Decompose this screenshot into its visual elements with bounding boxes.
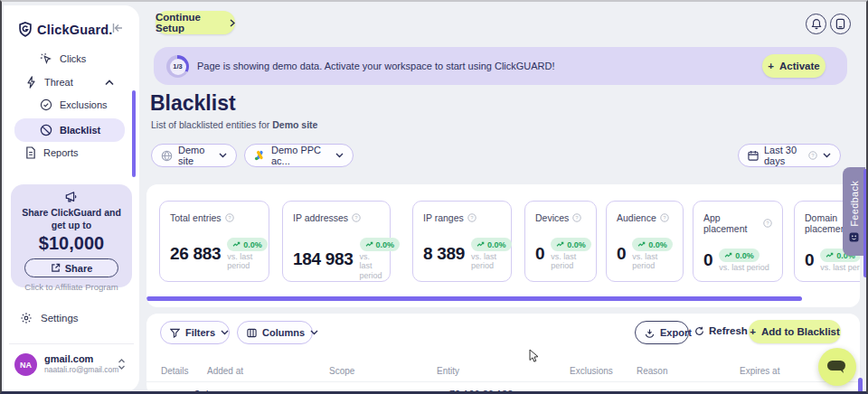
chevron-down-icon [219, 153, 227, 158]
stat-value: 8 389 [423, 244, 465, 264]
add-to-blacklist-button[interactable]: + Add to Blacklist [749, 320, 841, 343]
globe-icon [161, 150, 173, 162]
column-header-expires-at[interactable]: Expires at [740, 366, 779, 376]
shield-logo-icon [18, 22, 33, 37]
divider [146, 381, 860, 382]
column-header-scope[interactable]: Scope [329, 366, 354, 376]
threat-bolt-icon [25, 76, 37, 89]
book-icon [835, 18, 845, 30]
setup-progress-label: 1/3 [170, 59, 186, 75]
trend-up-icon [365, 241, 373, 248]
logo: ClickGuard. [18, 22, 113, 37]
site-selector-label: Demo site [178, 145, 213, 166]
plus-icon: + [750, 326, 756, 337]
export-button[interactable]: Export [635, 321, 689, 344]
chevron-updown-icon [118, 358, 126, 371]
table-vertical-scrollbar[interactable] [858, 378, 863, 394]
column-header-reason[interactable]: Reason [637, 366, 667, 376]
vs-period-label: vs. last period [551, 252, 586, 271]
stat-value: 26 883 [170, 244, 221, 264]
sidebar-item-exclusions[interactable]: Exclusions [40, 98, 108, 111]
promo-caption[interactable]: Click to Affiliate Program [11, 282, 132, 292]
stat-value: 0 [535, 244, 544, 264]
stat-card-devices: Devices? 0 0.0% vs. last period [524, 201, 597, 282]
column-header-details[interactable]: Details [161, 366, 189, 376]
ppc-account-selector-label: Demo PPC ac... [271, 145, 330, 166]
banner-message: Page is showing demo data. Activate your… [197, 61, 555, 71]
delta-badge: 0.0% [471, 238, 512, 251]
continue-setup-button[interactable]: Continue Setup [156, 11, 235, 34]
feedback-label: Feedback [849, 181, 860, 227]
check-circle-icon [40, 98, 52, 111]
vs-period-label: vs. last period [471, 252, 501, 271]
site-selector[interactable]: Demo site [151, 144, 237, 167]
account-switcher[interactable]: NA gmail.com naatali.ro@gmail.com [11, 352, 132, 380]
calendar-icon [748, 150, 759, 161]
sidebar-item-label: Reports [43, 147, 79, 158]
app-window: ClickGuard. Clicks Threat Exclusions [0, 0, 868, 394]
stat-label: Audience [617, 212, 656, 223]
columns-icon [247, 328, 257, 338]
chevron-up-icon[interactable] [105, 80, 114, 86]
stat-card-app-placement: App placement? 0 0.0% vs. last period [693, 201, 783, 282]
export-label: Export [660, 327, 692, 338]
sidebar-item-label: Threat [44, 77, 73, 88]
date-range-selector[interactable]: Last 30 days ? [738, 144, 841, 167]
column-header-entity[interactable]: Entity [437, 366, 459, 376]
columns-label: Columns [262, 327, 305, 338]
sidebar-item-reports[interactable]: Reports [25, 146, 79, 159]
page-vertical-scrollbar[interactable] [863, 169, 868, 277]
sidebar-item-blacklist[interactable]: Blacklist [14, 118, 125, 142]
filters-button[interactable]: Filters [160, 321, 230, 344]
sidebar-item-label: Blacklist [60, 125, 100, 136]
columns-button[interactable]: Columns [237, 321, 313, 344]
settings-label: Settings [41, 313, 79, 324]
notifications-button[interactable] [806, 14, 826, 34]
trend-up-icon [637, 241, 646, 248]
trend-up-icon [476, 241, 485, 248]
ppc-account-selector[interactable]: Demo PPC ac... [244, 144, 354, 167]
svg-text:?: ? [470, 215, 474, 220]
gear-icon [20, 312, 33, 324]
svg-text:?: ? [663, 215, 666, 220]
sidebar: ClickGuard. Clicks Threat Exclusions [4, 5, 139, 392]
chat-launcher-button[interactable] [818, 348, 856, 386]
trend-up-icon [556, 241, 564, 248]
help-icon: ? [763, 219, 772, 228]
stat-label: Total entries [170, 212, 222, 223]
delta-badge: 0.0% [719, 249, 760, 262]
sidebar-item-settings[interactable]: Settings [20, 312, 79, 324]
feedback-tab[interactable]: Feedback [843, 167, 865, 256]
megaphone-icon [64, 191, 79, 203]
chevron-right-icon [230, 19, 235, 27]
refresh-button[interactable]: Refresh [694, 325, 748, 336]
sidebar-item-threat[interactable]: Threat [25, 76, 73, 89]
page-title: Blacklist [150, 91, 236, 116]
stat-value: 0 [617, 244, 626, 264]
date-range-label: Last 30 days [764, 145, 803, 166]
promo-amount: $10,000 [11, 233, 132, 254]
add-to-blacklist-label: Add to Blacklist [761, 326, 840, 337]
share-button[interactable]: Share [24, 258, 118, 277]
sidebar-item-clicks[interactable]: Clicks [40, 52, 86, 65]
blacklist-table-panel: Filters Columns Export Refresh [146, 314, 860, 394]
filter-icon [170, 328, 180, 338]
avatar: NA [14, 353, 37, 376]
stat-label: App placement [703, 212, 760, 234]
refresh-label: Refresh [709, 325, 748, 336]
column-header-added-at[interactable]: Added at [207, 366, 243, 376]
column-header-exclusions[interactable]: Exclusions [570, 366, 613, 376]
chevron-down-icon [335, 153, 344, 158]
refresh-icon [694, 326, 704, 336]
sidebar-item-label: Exclusions [60, 99, 108, 110]
stats-horizontal-scrollbar[interactable] [146, 296, 802, 301]
stat-card-ip-ranges: IP ranges? 8 389 0.0% vs. last period [412, 201, 512, 282]
setup-progress-ring: 1/3 [166, 55, 189, 78]
activate-button[interactable]: + Activate [762, 54, 826, 78]
sidebar-collapse-icon[interactable] [112, 23, 124, 33]
sidebar-scrollbar[interactable] [132, 90, 136, 177]
docs-button[interactable] [830, 14, 851, 34]
sidebar-item-label: Clicks [60, 53, 86, 64]
help-icon: ? [808, 151, 817, 160]
promo-text-line1: Share ClickGuard and [11, 207, 132, 220]
